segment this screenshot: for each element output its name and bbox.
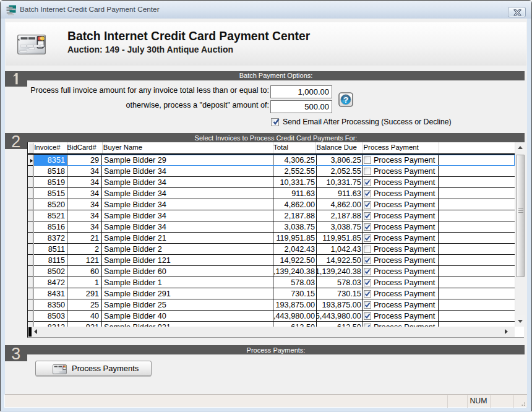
svg-text:?: ?	[343, 95, 348, 105]
